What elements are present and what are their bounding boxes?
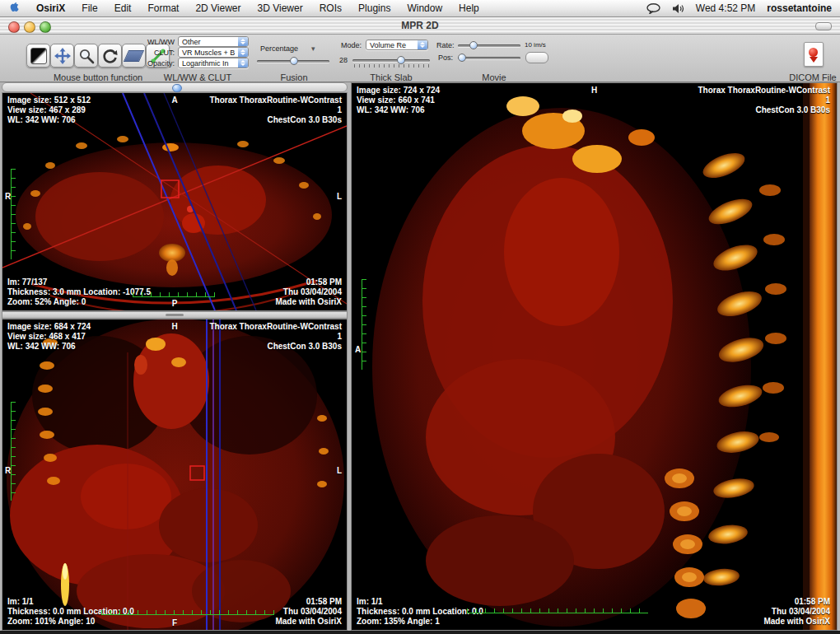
opacity-select[interactable]: Logarithmic In — [178, 58, 249, 68]
rate-label: Rate: — [436, 41, 453, 49]
opacity-label: Opacity: — [124, 59, 175, 68]
sagittal-horizontal-ruler — [467, 608, 648, 613]
slab-thickness-value: 28 — [339, 56, 348, 64]
contrast-icon — [30, 48, 47, 64]
wlww-select[interactable]: Other — [178, 36, 249, 47]
menu-bar: OsiriX File Edit Format 2D Viewer 3D Vie… — [0, 0, 840, 17]
chevron-updown-icon — [238, 58, 248, 68]
slab-thickness-slider[interactable] — [352, 59, 430, 62]
sagittal-info-bottom-right: 01:58 PM Thu 03/04/2004 Made with OsiriX — [763, 597, 830, 627]
percentage-disclosure[interactable]: ▾ — [311, 44, 315, 53]
menubar-username[interactable]: rossetantoine — [767, 2, 832, 14]
slab-mode-select[interactable]: Volume Re — [366, 40, 428, 50]
menu-item-plugins[interactable]: Plugins — [350, 2, 399, 14]
sagittal-vr-image — [352, 83, 837, 630]
movie-pos-slider[interactable] — [458, 57, 520, 59]
slice-scroll-thumb[interactable] — [172, 84, 182, 92]
chevron-updown-icon — [238, 48, 248, 57]
menu-item-rois[interactable]: ROIs — [311, 2, 350, 14]
group-label-movie: Movie — [449, 72, 539, 82]
slab-slider-ticks — [354, 64, 430, 68]
group-label-fusion: Fusion — [257, 72, 331, 82]
menu-item-3d-viewer[interactable]: 3D Viewer — [250, 2, 311, 14]
coronal-ct-image — [2, 319, 347, 630]
coronal-vertical-ruler — [11, 402, 16, 501]
percentage-label: Percentage — [260, 44, 298, 53]
sagittal-info-bottom-left: Im: 1/1 Thickness: 0.0 mm Location: 0.0 … — [357, 597, 483, 627]
fusion-percentage-slider[interactable] — [257, 60, 329, 63]
sagittal-viewport[interactable]: Image size: 724 x 724 View size: 660 x 7… — [351, 82, 838, 631]
mpr-content-area: Image size: 512 x 512 View size: 467 x 2… — [0, 82, 840, 631]
axial-viewport[interactable]: Image size: 512 x 512 View size: 467 x 2… — [2, 92, 348, 311]
slice-scrollbar[interactable] — [2, 82, 348, 92]
mode-label: Mode: — [341, 41, 362, 49]
coronal-info-top-right: Thorax ThoraxRoutine-WContrast 1 ChestCo… — [209, 322, 342, 352]
axial-vertical-ruler — [11, 169, 16, 259]
menu-item-file[interactable]: File — [73, 2, 105, 14]
chevron-updown-icon — [418, 40, 427, 49]
toolbar-toggle-pill[interactable] — [815, 22, 832, 30]
viewport-splitter[interactable] — [2, 311, 348, 319]
volume-icon[interactable] — [672, 3, 684, 14]
rotate-icon — [102, 48, 119, 64]
coronal-orientation-right: L — [337, 466, 342, 476]
menubar-clock[interactable]: Wed 4:52 PM — [696, 2, 755, 14]
axial-info-top-right: Thorax ThoraxRoutine-WContrast 1 ChestCo… — [209, 96, 342, 125]
sagittal-info-top-right: Thorax ThoraxRoutine-WContrast 1 ChestCo… — [698, 86, 830, 115]
move-tool-button[interactable] — [50, 44, 74, 68]
clut-label: CLUT: — [124, 49, 175, 57]
group-label-dicom: DICOM File — [784, 72, 840, 82]
coronal-info-bottom-right: 01:58 PM Thu 03/04/2004 Made with OsiriX — [275, 597, 342, 627]
slider-thumb[interactable] — [469, 41, 478, 49]
clut-select[interactable]: VR Muscles + B — [178, 47, 249, 58]
movie-rate-slider[interactable] — [458, 44, 520, 47]
apple-logo — [8, 1, 20, 13]
move-icon — [54, 48, 71, 64]
chevron-updown-icon — [238, 37, 248, 46]
coronal-viewport[interactable]: Image size: 684 x 724 View size: 468 x 4… — [2, 319, 348, 631]
magnifier-icon — [78, 48, 95, 64]
sagittal-orientation-left: A — [355, 345, 361, 355]
toolbar: Mouse button function WL/WW Other CLUT: … — [0, 35, 840, 82]
apple-menu[interactable] — [0, 1, 28, 16]
menu-item-help[interactable]: Help — [450, 2, 488, 14]
chat-bubble-icon[interactable] — [646, 3, 660, 14]
group-label-thick-slab: Thick Slab — [346, 72, 436, 82]
axial-orientation-right: L — [337, 192, 342, 202]
window-bottom-edge — [0, 631, 840, 634]
menu-item-format[interactable]: Format — [139, 2, 187, 14]
window-title-bar[interactable]: MPR 2D — [0, 17, 840, 35]
zoom-tool-button[interactable] — [74, 44, 98, 68]
axial-info-bottom-right: 01:58 PM Thu 03/04/2004 Made with OsiriX — [275, 277, 342, 307]
menu-item-osirix[interactable]: OsiriX — [28, 2, 73, 14]
wl-contrast-tool-button[interactable] — [26, 44, 50, 68]
slider-thumb[interactable] — [397, 56, 405, 64]
rate-value: 10 im/s — [525, 41, 546, 49]
menu-item-edit[interactable]: Edit — [106, 2, 140, 14]
rotate-tool-button[interactable] — [98, 44, 122, 68]
sagittal-vertical-ruler — [362, 279, 366, 370]
pos-label: Pos: — [436, 54, 453, 62]
osirix-mpr-screen: OsiriX File Edit Format 2D Viewer 3D Vie… — [0, 0, 840, 634]
slider-thumb[interactable] — [290, 57, 298, 65]
dicom-file-icon[interactable] — [804, 42, 824, 67]
wlww-label: WL/WW — [124, 38, 175, 46]
coronal-horizontal-ruler — [101, 610, 274, 615]
slider-thumb[interactable] — [458, 54, 466, 62]
axial-horizontal-ruler — [133, 292, 215, 297]
menu-item-2d-viewer[interactable]: 2D Viewer — [187, 2, 249, 14]
window-title: MPR 2D — [0, 20, 840, 31]
movie-play-button[interactable] — [525, 52, 548, 63]
group-label-wlww: WL/WW & CLUT — [148, 72, 247, 82]
menu-item-window[interactable]: Window — [399, 2, 450, 14]
